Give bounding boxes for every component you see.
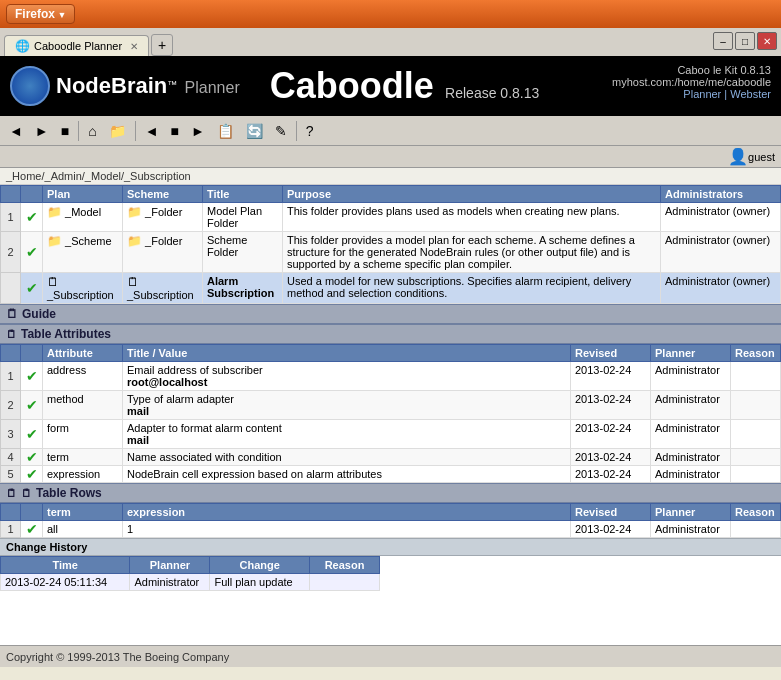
table-icon: 🗒	[6, 328, 17, 340]
col-header-scheme: Scheme	[123, 186, 203, 203]
toolbar-help-button[interactable]: ?	[301, 120, 319, 142]
app-header: NodeBrain™ Planner Caboodle Release 0.8.…	[0, 56, 781, 116]
main-tab[interactable]: 🌐 Caboodle Planner ✕	[4, 35, 149, 56]
toolbar-separator-3	[296, 121, 297, 141]
row-term: all	[43, 521, 123, 538]
status-icon: ✔	[26, 521, 38, 537]
tab-close-icon[interactable]: ✕	[130, 41, 138, 52]
user-bar: 👤 guest	[0, 146, 781, 168]
hist-reason	[310, 574, 380, 591]
guide-label: Guide	[22, 307, 56, 321]
row-scheme[interactable]: 📁 _Folder	[123, 203, 203, 232]
toolbar-refresh-button[interactable]: 🔄	[241, 120, 268, 142]
toolbar-folder-button[interactable]: 📁	[104, 120, 131, 142]
header-links[interactable]: Planner | Webster	[612, 88, 771, 100]
row-scheme[interactable]: 📁 _Folder	[123, 232, 203, 273]
window-close-button[interactable]: ✕	[757, 32, 777, 50]
breadcrumb-path[interactable]: _Home/_Admin/_Model/_Subscription	[6, 170, 191, 182]
rows-col-term: term	[43, 504, 123, 521]
toolbar-forward-button[interactable]: ►	[30, 120, 54, 142]
user-label: guest	[748, 151, 775, 163]
tab-label: Caboodle Planner	[34, 40, 122, 52]
row-scheme[interactable]: 🗒 _Subscription	[123, 273, 203, 304]
kit-version: Caboo le Kit 0.8.13	[612, 64, 771, 76]
status-icon: ✔	[26, 244, 38, 260]
table-row[interactable]: 5 ✔ expression NodeBrain cell expression…	[1, 466, 781, 483]
row-check[interactable]: ✔	[21, 466, 43, 483]
row-plan[interactable]: 🗒 _Subscription	[43, 273, 123, 304]
window-maximize-button[interactable]: □	[735, 32, 755, 50]
row-check[interactable]: ✔	[21, 203, 43, 232]
toolbar-back-button[interactable]: ◄	[4, 120, 28, 142]
attr-col-num	[1, 345, 21, 362]
table-attributes-header: 🗒 Table Attributes	[0, 324, 781, 344]
table-row[interactable]: 2013-02-24 05:11:34 Administrator Full p…	[1, 574, 380, 591]
toolbar-copy-button[interactable]: 📋	[212, 120, 239, 142]
rows-col-num	[1, 504, 21, 521]
footer-text: Copyright © 1999-2013 The Boeing Company	[6, 651, 229, 663]
table-row[interactable]: 1 ✔ address Email address of subscriberr…	[1, 362, 781, 391]
status-icon: ✔	[26, 368, 38, 384]
table-row[interactable]: 1 ✔ 📁 _Model 📁 _Folder Model Plan Folder…	[1, 203, 781, 232]
row-plan[interactable]: 📁 _Model	[43, 203, 123, 232]
hist-col-time: Time	[1, 557, 130, 574]
row-check[interactable]: ✔	[21, 521, 43, 538]
row-purpose: This folder provides plans used as model…	[283, 203, 661, 232]
row-admin: Administrator (owner)	[661, 203, 781, 232]
row-title: Model Plan Folder	[203, 203, 283, 232]
tab-icon: 🌐	[15, 39, 30, 53]
row-check[interactable]: ✔	[21, 362, 43, 391]
attr-col-attr: Attribute	[43, 345, 123, 362]
status-icon: ✔	[26, 426, 38, 442]
titlebar: Firefox	[0, 0, 781, 28]
firefox-menu-button[interactable]: Firefox	[6, 4, 75, 24]
row-num: 4	[1, 449, 21, 466]
row-check[interactable]: ✔	[21, 449, 43, 466]
main-content: Plan Scheme Title Purpose Administrators…	[0, 185, 781, 645]
change-history-section: Change History	[0, 538, 781, 556]
guide-section-header: 🗒 Guide	[0, 304, 781, 324]
row-check[interactable]: ✔	[21, 273, 43, 304]
table-row[interactable]: 4 ✔ term Name associated with condition …	[1, 449, 781, 466]
table-rows-icon1: 🗒	[6, 487, 17, 499]
toolbar-next-button[interactable]: ►	[186, 120, 210, 142]
table-row[interactable]: 2 ✔ method Type of alarm adaptermail 201…	[1, 391, 781, 420]
table-row[interactable]: 2 ✔ 📁 _Scheme 📁 _Folder Scheme Folder Th…	[1, 232, 781, 273]
toolbar-stop-button[interactable]: ■	[56, 120, 74, 142]
row-check[interactable]: ✔	[21, 391, 43, 420]
user-icon: 👤	[728, 147, 748, 166]
rows-col-revised: Revised	[571, 504, 651, 521]
attr-planner: Administrator	[651, 449, 731, 466]
table-row[interactable]: 1 ✔ all 1 2013-02-24 Administrator	[1, 521, 781, 538]
attr-col-reason: Reason	[731, 345, 781, 362]
col-header-plan: Plan	[43, 186, 123, 203]
attr-title-value: Type of alarm adaptermail	[123, 391, 571, 420]
row-plan[interactable]: 📁 _Scheme	[43, 232, 123, 273]
kit-path: myhost.com:/home/me/caboodle	[612, 76, 771, 88]
table-row[interactable]: ✔ 🗒 _Subscription 🗒 _Subscription Alarm …	[1, 273, 781, 304]
attributes-table: Attribute Title / Value Revised Planner …	[0, 344, 781, 483]
col-header-admin: Administrators	[661, 186, 781, 203]
attr-planner: Administrator	[651, 362, 731, 391]
nodebrain-logo-text: NodeBrain™ Planner	[56, 73, 240, 99]
status-icon: ✔	[26, 280, 38, 296]
hist-change: Full plan update	[210, 574, 310, 591]
row-num: 1	[1, 362, 21, 391]
toolbar-home-button[interactable]: ⌂	[83, 120, 101, 142]
toolbar-edit-button[interactable]: ✎	[270, 120, 292, 142]
row-check[interactable]: ✔	[21, 420, 43, 449]
toolbar-stop2-button[interactable]: ■	[166, 120, 184, 142]
col-header-check	[21, 186, 43, 203]
toolbar-prev-button[interactable]: ◄	[140, 120, 164, 142]
attr-name: expression	[43, 466, 123, 483]
window-minimize-button[interactable]: –	[713, 32, 733, 50]
row-planner: Administrator	[651, 521, 731, 538]
row-num: 3	[1, 420, 21, 449]
attr-reason	[731, 449, 781, 466]
table-rows-label: Table Rows	[36, 486, 102, 500]
col-header-num	[1, 186, 21, 203]
new-tab-button[interactable]: +	[151, 34, 173, 56]
nodebrain-logo-icon	[10, 66, 50, 106]
row-check[interactable]: ✔	[21, 232, 43, 273]
table-row[interactable]: 3 ✔ form Adapter to format alarm content…	[1, 420, 781, 449]
